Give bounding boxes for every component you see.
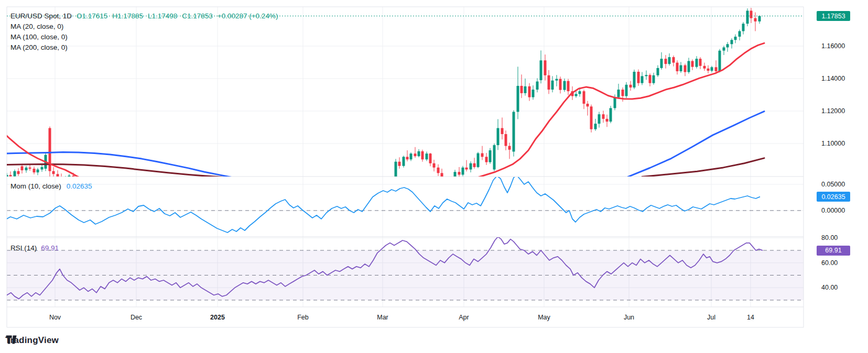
tradingview-logo-icon: [5, 335, 18, 344]
rsi-legend[interactable]: RSI (14)69.91: [10, 244, 59, 252]
rsi-tick-label: 80.00: [821, 234, 838, 241]
time-tick-label: Feb: [297, 314, 309, 321]
ma-20-line: [0, 43, 764, 178]
tradingview-chart: EUR/USD Spot, 1DO1.17615H1.17885L1.17498…: [0, 0, 868, 353]
rsi-tick-label: 60.00: [821, 259, 838, 267]
time-tick-label: 2025: [210, 314, 225, 321]
rsi-label: RSI (14): [10, 244, 37, 252]
time-tick-label: Dec: [131, 314, 142, 321]
price-tick-label: 1.10000: [821, 140, 845, 147]
last-price-badge: 1.17853: [817, 11, 850, 21]
price-tick-label: 1.16000: [821, 42, 845, 50]
time-tick-label: Jul: [707, 314, 715, 321]
momentum-legend[interactable]: Mom (10, close)0.02635: [10, 182, 92, 190]
ohlc-close: C1.17853: [182, 12, 213, 20]
momentum-tick-label: 0.00000: [821, 207, 845, 214]
momentum-badge: 0.02635: [817, 192, 850, 202]
time-tick-label: Nov: [49, 314, 61, 321]
ma100-legend[interactable]: MA (100, close, 0): [10, 32, 283, 42]
ohlc-high: H1.17885: [112, 12, 143, 20]
momentum-tick-label: 0.05000: [821, 181, 845, 188]
time-tick-label: Jun: [624, 314, 634, 321]
ma200-legend[interactable]: MA (200, close, 0): [10, 42, 283, 53]
rsi-badge: 69.91: [817, 246, 850, 256]
momentum-value: 0.02635: [67, 182, 92, 190]
symbol-title[interactable]: EUR/USD Spot, 1D: [10, 12, 72, 20]
change-label: +0.00287 (+0.24%): [218, 12, 278, 20]
ohlc-open: O1.17615: [77, 12, 107, 20]
momentum-line: [3, 175, 760, 233]
rsi-value: 69.91: [41, 244, 59, 252]
momentum-label: Mom (10, close): [10, 182, 61, 190]
price-tick-label: 1.12000: [821, 107, 845, 115]
time-tick-label: Mar: [377, 314, 388, 321]
ohlc-low: L1.17498: [148, 12, 177, 20]
price-tick-label: 1.14000: [821, 75, 845, 82]
ma20-legend[interactable]: MA (20, close, 0): [10, 21, 283, 32]
time-tick-label: Apr: [459, 314, 469, 321]
chart-canvas[interactable]: [0, 0, 868, 353]
tradingview-logo[interactable]: TradingView: [5, 335, 59, 346]
time-tick-label: 14: [747, 314, 754, 321]
time-tick-label: May: [538, 314, 550, 321]
rsi-tick-label: 40.00: [821, 284, 838, 291]
main-legend: EUR/USD Spot, 1DO1.17615H1.17885L1.17498…: [10, 11, 283, 53]
